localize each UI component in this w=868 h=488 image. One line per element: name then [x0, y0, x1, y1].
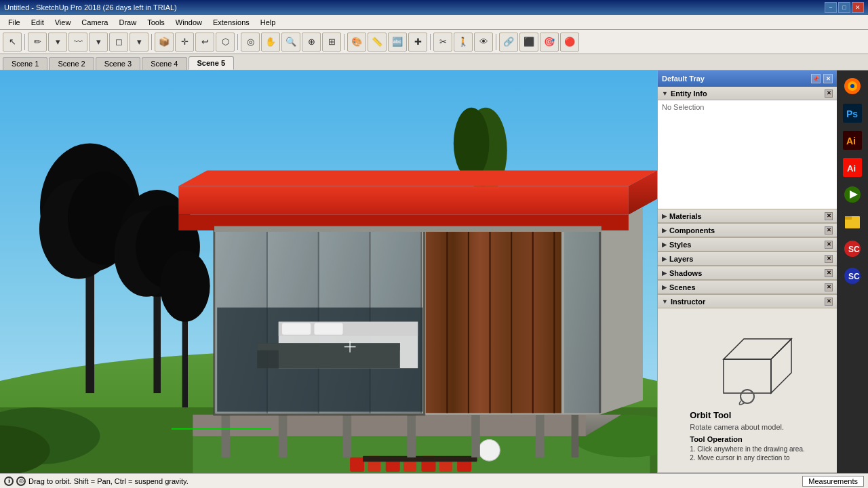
- materials-section: ▶ Materials ✕: [658, 209, 837, 224]
- tool-operation-label: Tool Operation: [690, 435, 805, 443]
- materials-label: Materials: [669, 212, 702, 220]
- scene-tab-scene-2[interactable]: Scene 2: [49, 57, 94, 70]
- status-lock-icon[interactable]: ◎: [16, 476, 26, 486]
- menu-item-view[interactable]: View: [50, 17, 77, 28]
- pencil-tool-btn[interactable]: ✏: [28, 33, 47, 52]
- styles-close-btn[interactable]: ✕: [825, 241, 833, 249]
- paint-btn[interactable]: 🎨: [347, 33, 366, 52]
- scene-tab-scene-4[interactable]: Scene 4: [142, 57, 186, 70]
- file-manager-icon[interactable]: [840, 209, 865, 235]
- photoshop-icon[interactable]: Ps: [840, 100, 865, 126]
- menu-item-camera[interactable]: Camera: [76, 17, 113, 28]
- svg-marker-31: [193, 415, 585, 436]
- app7-icon[interactable]: SC: [840, 236, 865, 262]
- far-right-bar: Ps Ai Ai SC SC: [837, 70, 868, 473]
- measurements-box[interactable]: Measurements: [802, 476, 864, 487]
- instructor-close-btn[interactable]: ✕: [825, 298, 833, 306]
- tape-btn[interactable]: 📏: [368, 33, 387, 52]
- illustrator-icon[interactable]: Ai: [840, 127, 865, 153]
- media-player-icon[interactable]: [840, 182, 865, 207]
- arc-dropdown-btn[interactable]: ▾: [89, 33, 108, 52]
- scenes-close-btn[interactable]: ✕: [825, 283, 833, 291]
- materials-arrow: ▶: [662, 213, 667, 220]
- layers-header[interactable]: ▶ Layers ✕: [658, 252, 837, 266]
- materials-close-btn[interactable]: ✕: [825, 212, 833, 220]
- zoom-extents-btn[interactable]: ⊞: [322, 33, 341, 52]
- menu-item-edit[interactable]: Edit: [26, 17, 50, 28]
- menu-item-file[interactable]: File: [3, 17, 26, 28]
- push-pull-btn[interactable]: 📦: [155, 33, 174, 52]
- shape-tool-btn[interactable]: ◻: [109, 33, 128, 52]
- pencil-dropdown-btn[interactable]: ▾: [48, 33, 67, 52]
- close-button[interactable]: ✕: [852, 2, 864, 13]
- scene-svg: [0, 70, 657, 473]
- svg-rect-27: [363, 456, 477, 462]
- group-btn[interactable]: ⬛: [519, 33, 538, 52]
- orbit-btn[interactable]: ◎: [241, 33, 260, 52]
- status-info-icon[interactable]: ℹ: [4, 476, 14, 486]
- layers-close-btn[interactable]: ✕: [825, 255, 833, 263]
- shadows-close-btn[interactable]: ✕: [825, 269, 833, 277]
- viewport[interactable]: [0, 70, 657, 473]
- rotate-btn[interactable]: ↩: [195, 33, 214, 52]
- svg-marker-76: [771, 339, 791, 393]
- scale-btn[interactable]: ⬡: [216, 33, 235, 52]
- acrobat-icon[interactable]: Ai: [840, 155, 865, 180]
- shadows-header[interactable]: ▶ Shadows ✕: [658, 266, 837, 280]
- tray-close-btn[interactable]: ✕: [823, 74, 833, 83]
- component-btn[interactable]: 🔗: [499, 33, 518, 52]
- tray-pin-btn[interactable]: 📌: [811, 74, 821, 83]
- entity-info-close-btn[interactable]: ✕: [825, 89, 833, 98]
- zoom-window-btn[interactable]: ⊕: [302, 33, 321, 52]
- components-close-btn[interactable]: ✕: [825, 226, 833, 235]
- pan-btn[interactable]: ✋: [261, 33, 280, 52]
- text-btn[interactable]: 🔤: [388, 33, 407, 52]
- walkthrough-btn[interactable]: 🚶: [454, 33, 473, 52]
- scenes-panel-header[interactable]: ▶ Scenes ✕: [658, 281, 837, 294]
- materials-header[interactable]: ▶ Materials ✕: [658, 209, 837, 223]
- menu-bar: FileEditViewCameraDrawToolsWindowExtensi…: [0, 15, 868, 30]
- lookaround-btn[interactable]: 👁: [474, 33, 493, 52]
- entity-info-header[interactable]: ▼ Entity Info ✕: [658, 87, 837, 100]
- scene-tab-scene-3[interactable]: Scene 3: [96, 57, 140, 70]
- toolbar-sep-2: [151, 34, 152, 50]
- tool-info: Orbit Tool Rotate camera about model. To…: [683, 410, 812, 467]
- move-btn[interactable]: ✛: [175, 33, 194, 52]
- svg-marker-74: [724, 359, 771, 393]
- maximize-button[interactable]: □: [838, 2, 850, 13]
- app8-icon[interactable]: SC: [840, 263, 865, 289]
- axes-btn[interactable]: ✚: [408, 33, 427, 52]
- menu-item-window[interactable]: Window: [170, 17, 208, 28]
- section-plane-btn[interactable]: ✂: [433, 33, 452, 52]
- entity-info-label: Entity Info: [671, 89, 707, 98]
- sandbox-btn[interactable]: 🔴: [560, 33, 579, 52]
- solid-tools-btn[interactable]: 🎯: [540, 33, 559, 52]
- zoom-btn[interactable]: 🔍: [281, 33, 300, 52]
- measurements-label: Measurements: [808, 477, 858, 485]
- styles-header[interactable]: ▶ Styles ✕: [658, 238, 837, 251]
- styles-label: Styles: [669, 241, 691, 249]
- entity-info-content: No Selection: [658, 100, 837, 209]
- svg-rect-20: [350, 458, 364, 472]
- shape-dropdown-btn[interactable]: ▾: [130, 33, 149, 52]
- menu-item-help[interactable]: Help: [255, 17, 281, 28]
- svg-rect-71: [214, 226, 601, 232]
- scene-tab-scene-5[interactable]: Scene 5: [189, 56, 235, 70]
- menu-item-tools[interactable]: Tools: [142, 17, 170, 28]
- scene-tab-scene-1[interactable]: Scene 1: [3, 57, 47, 70]
- svg-rect-54: [282, 323, 311, 335]
- select-tool-btn[interactable]: ↖: [3, 33, 22, 52]
- minimize-button[interactable]: −: [825, 2, 837, 13]
- tool-step-2: 2. Move cursor in any direction to: [690, 454, 805, 462]
- styles-section: ▶ Styles ✕: [658, 238, 837, 252]
- firefox-icon[interactable]: [840, 73, 865, 99]
- instructor-content: Orbit Tool Rotate camera about model. To…: [658, 308, 837, 473]
- menu-item-draw[interactable]: Draw: [113, 17, 142, 28]
- svg-point-15: [160, 250, 210, 321]
- menu-item-extensions[interactable]: Extensions: [208, 17, 255, 28]
- shadows-label: Shadows: [669, 269, 702, 277]
- arc-tool-btn[interactable]: 〰: [68, 33, 87, 52]
- instructor-header[interactable]: ▼ Instructor ✕: [658, 295, 837, 308]
- components-header[interactable]: ▶ Components ✕: [658, 224, 837, 237]
- layers-label: Layers: [669, 255, 693, 263]
